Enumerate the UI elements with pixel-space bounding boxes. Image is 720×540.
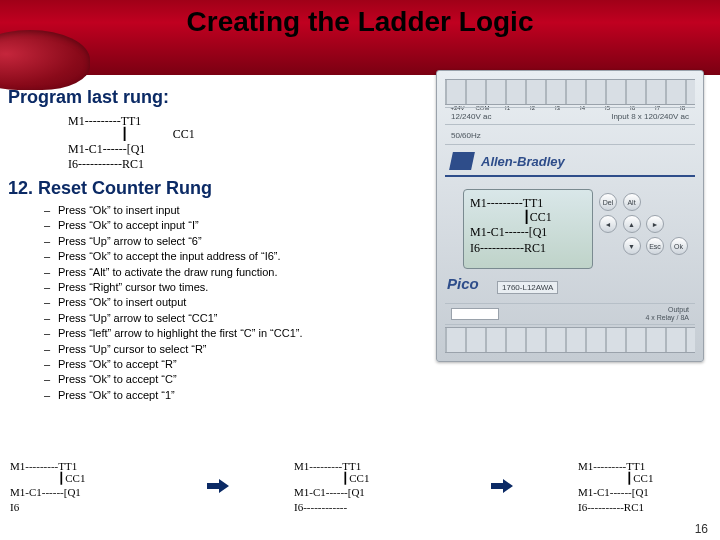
info-bar-1: 12/240V acInput 8 x 120/240V ac xyxy=(445,107,695,125)
pico-label: Pico xyxy=(447,275,479,292)
key-esc[interactable]: Esc xyxy=(646,237,664,255)
key-del[interactable]: Del xyxy=(599,193,617,211)
bottom-sequence: M1---------TT1 M1---------┃CC1 M1-C1----… xyxy=(10,459,710,514)
step-item: Press “Ok” to accept “1” xyxy=(44,388,702,403)
output-blank xyxy=(451,308,499,320)
key-down[interactable]: ▼ xyxy=(623,237,641,255)
model-label: 1760-L12AWA xyxy=(497,281,558,294)
brand-text: Allen-Bradley xyxy=(481,154,565,169)
terminal-row-top xyxy=(445,79,695,105)
plc-device: +24VCOMI1I2I3I4I5I6I7I8 12/240V acInput … xyxy=(436,70,704,362)
key-ok[interactable]: Ok xyxy=(670,237,688,255)
page-number: 16 xyxy=(695,522,708,536)
key-alt[interactable]: Alt xyxy=(623,193,641,211)
info-bar-2: 50/60Hz xyxy=(445,127,695,145)
mini-block-3: M1---------TT1 M1---------┃CC1 M1-C1----… xyxy=(578,459,710,514)
arrow-icon xyxy=(491,459,513,493)
output-text: Output 4 x Relay / 8A xyxy=(645,306,689,321)
key-up[interactable]: ▲ xyxy=(623,215,641,233)
ab-logo-icon xyxy=(449,152,475,170)
output-info: Output 4 x Relay / 8A xyxy=(445,303,695,325)
lcd-line: I6-----------RC1 xyxy=(470,241,586,257)
terminal-row-bottom xyxy=(445,327,695,353)
lcd-screen: M1---------TT1 M1---------┃CC1 M1-C1----… xyxy=(463,189,593,269)
step-item: Press “Ok” to accept “C” xyxy=(44,372,702,387)
keypad: Del Alt ◄ ▲ ► ▼ Esc Ok xyxy=(599,193,689,255)
lcd-line: M1-C1------[Q1 xyxy=(470,225,586,241)
key-right[interactable]: ► xyxy=(646,215,664,233)
mini-block-2: M1---------TT1 M1---------┃CC1 M1-C1----… xyxy=(294,459,426,514)
arrow-icon xyxy=(207,459,229,493)
key-left[interactable]: ◄ xyxy=(599,215,617,233)
mini-block-1: M1---------TT1 M1---------┃CC1 M1-C1----… xyxy=(10,459,142,514)
page-title: Creating the Ladder Logic xyxy=(0,6,720,38)
lcd-line: M1---------┃CC1 xyxy=(470,210,586,226)
brand-bar: Allen-Bradley xyxy=(445,147,695,177)
